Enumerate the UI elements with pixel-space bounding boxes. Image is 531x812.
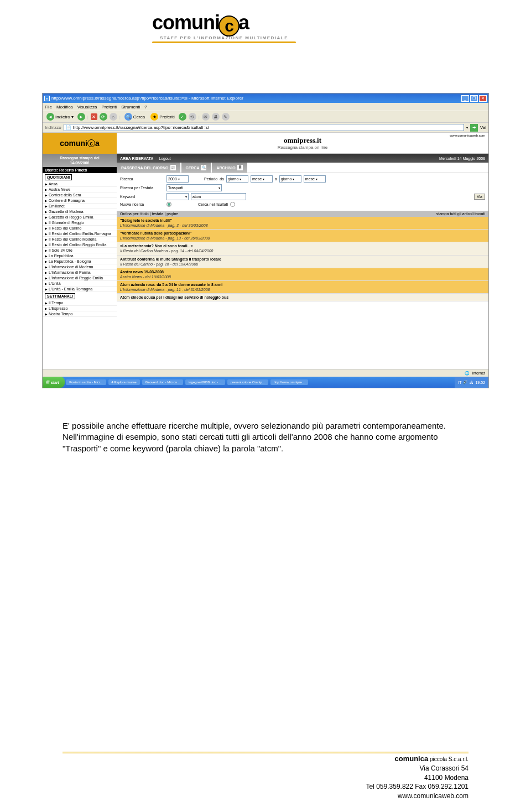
forward-icon[interactable]: ►	[77, 113, 85, 121]
history-icon[interactable]: ⟲	[189, 113, 196, 121]
sidebar-item[interactable]: ▶ Il Sole 24 Ore	[43, 248, 117, 253]
settimanali-list: ▶ Il Tempo▶ L'Espresso▶ Nostro Tempo	[43, 300, 117, 317]
sidebar-item[interactable]: ▶ L'Informazione di Reggio Emilia	[43, 275, 117, 281]
radio-nei[interactable]	[230, 202, 235, 207]
maximize-button[interactable]: ❐	[470, 95, 478, 102]
result-row[interactable]: Antitrust conferma le multe Stangata il …	[117, 256, 488, 268]
edit-icon[interactable]: ✎	[222, 113, 230, 121]
tray-icon[interactable]: 🔊	[463, 380, 468, 384]
sidebar-item[interactable]: ▶ Il Resto del Carlino Reggio Emilia	[43, 242, 117, 248]
refresh-icon[interactable]: ⟳	[100, 113, 107, 121]
sidebar-item[interactable]: ▶ Il Resto del Carlino	[43, 226, 117, 231]
tray-icon[interactable]: 🖧	[470, 381, 473, 384]
back-button[interactable]: ◄Indietro ▾	[45, 112, 75, 121]
sidebar-item[interactable]: ▶ Emilianet	[43, 204, 117, 209]
taskbar-item[interactable]: presentazione Omnip...	[227, 379, 268, 385]
sidebar-item[interactable]: ▶ L'Espresso	[43, 306, 117, 311]
tab-cerca[interactable]: CERCA🔍	[181, 163, 211, 173]
sidebar-item[interactable]: ▶ Gazzetta di Reggio Emilia	[43, 215, 117, 220]
sidebar-item[interactable]: ▶ L'Unità - Emilia Romagna	[43, 287, 117, 292]
page-logo: comunica STAFF PER L'INFORMAZIONE MULTIM…	[152, 11, 296, 43]
sidebar-item[interactable]: ▶ L'Unità	[43, 281, 117, 287]
ie-icon: e	[44, 96, 50, 101]
result-row[interactable]: Asstra news 19-03-2008Asstra News - del …	[117, 268, 488, 281]
select-keyword-mode[interactable]: ▾	[166, 193, 189, 200]
close-button[interactable]: ✕	[479, 95, 487, 102]
sidebar-item[interactable]: ▶ Il Giornale di Reggio	[43, 220, 117, 226]
sidebar-item[interactable]: ▶ Il Resto del Carlino Emilia-Romagna	[43, 231, 117, 237]
archivio-icon: 🗄	[237, 165, 243, 170]
select-da-mese[interactable]: mese▾	[251, 175, 273, 183]
stampa-link[interactable]: stampa tutti gli articoli trovati	[436, 212, 485, 216]
home-icon[interactable]: ⌂	[110, 113, 117, 121]
category-settimanali[interactable]: SETTIMANALI	[45, 293, 75, 299]
sidebar-item[interactable]: ▶ Corriere di Romagna	[43, 198, 117, 204]
systray: IT 🔊 🖧 19.52	[455, 377, 488, 388]
label-a: a	[275, 177, 277, 181]
taskbar-item[interactable]: Posta in uscita - Micr...	[66, 379, 106, 385]
sidebar-item[interactable]: ▶ Il Resto del Carlino Modena	[43, 237, 117, 242]
category-quotidiani[interactable]: QUOTIDIANI	[45, 174, 72, 180]
stop-icon[interactable]: ✕	[91, 113, 97, 120]
ie-titlebar: e http://www.omnipress.it/rassegna/ricer…	[43, 93, 488, 103]
print-icon[interactable]: 🖶	[212, 113, 220, 121]
select-testata[interactable]: Trasporti▾	[166, 184, 222, 191]
triangle-icon: ▶	[45, 259, 48, 263]
sidebar-item[interactable]: ▶ Corriere della Sera	[43, 192, 117, 198]
select-da-giorno[interactable]: giorno▾	[226, 175, 248, 183]
go-button[interactable]: ➜	[470, 124, 478, 132]
result-row[interactable]: "Verificare l'utilità delle partecipazio…	[117, 230, 488, 242]
cerca-icon: 🔍	[201, 165, 206, 170]
select-a-mese[interactable]: mese▾	[304, 175, 326, 183]
sidebar-item[interactable]: ▶ La Repubblica	[43, 253, 117, 259]
logo-right: a	[238, 11, 249, 34]
triangle-icon: ▶	[45, 254, 48, 258]
tab-rassegna[interactable]: RASSEGNA DEL GIORNO📰	[117, 163, 180, 173]
radio-nuova[interactable]	[166, 202, 171, 207]
sidebar-item[interactable]: ▶ Gazzetta di Modena	[43, 209, 117, 215]
mail-icon[interactable]: ✉	[202, 113, 210, 121]
lang-indicator[interactable]: IT	[458, 381, 461, 384]
sidebar-item[interactable]: ▶ Il Tempo	[43, 300, 117, 306]
menu-strumenti[interactable]: Strumenti	[121, 105, 140, 110]
sidebar-item[interactable]: ▶ L'Informazione di Modena	[43, 264, 117, 270]
result-row[interactable]: Atcm azienda rosa: da 5 a 54 le donne as…	[117, 281, 488, 294]
address-input[interactable]: 📄 http://www.omnipress.it/rassegna/ricer…	[64, 124, 464, 131]
browser-screenshot: e http://www.omnipress.it/rassegna/ricer…	[42, 93, 489, 388]
triangle-icon: ▶	[45, 248, 48, 252]
tab-archivio[interactable]: ARCHIVIO🗄	[212, 163, 247, 173]
sidebar-item[interactable]: ▶ Ansa	[43, 181, 117, 187]
taskbar: ⊞ start Posta in uscita - Micr...4 Esplo…	[43, 377, 488, 388]
ordina-label[interactable]: Ordina per: titolo | testata | pagine	[120, 212, 178, 216]
taskbar-item[interactable]: 4 Esplora risorse	[108, 379, 140, 385]
media-icon[interactable]: ✓	[179, 113, 186, 121]
taskbar-item[interactable]: Geoverd.doc - Micros...	[142, 379, 183, 385]
favorites-button[interactable]: ★Preferiti	[149, 112, 176, 121]
result-row[interactable]: "Sciogliete le società inutili"L'Informa…	[117, 217, 488, 230]
logo-tagline: STAFF PER L'INFORMAZIONE MULTIMEDIALE	[152, 35, 296, 40]
taskbar-item[interactable]: http://www.omnipre...	[270, 379, 308, 385]
minimize-button[interactable]: _	[461, 95, 469, 102]
sidebar-item[interactable]: ▶ La Repubblica - Bologna	[43, 259, 117, 264]
menu-modifica[interactable]: Modifica	[56, 105, 73, 110]
select-anno[interactable]: 2008▾	[166, 175, 189, 183]
search-button[interactable]: 🔍Cerca	[123, 112, 147, 121]
select-a-giorno[interactable]: giorno▾	[279, 175, 301, 183]
via-button[interactable]: Via	[474, 194, 485, 200]
header-url: www.comunicaweb.com	[450, 134, 485, 137]
sidebar-item[interactable]: ▶ Asstra News	[43, 187, 117, 192]
go-label: Vai	[480, 125, 486, 130]
result-row[interactable]: «La metrotranvia? Non ci sono fondi...»I…	[117, 242, 488, 255]
logo-wordmark: comunica	[152, 11, 296, 34]
logout-link[interactable]: Logout	[159, 157, 170, 160]
sidebar-item[interactable]: ▶ Nostro Tempo	[43, 311, 117, 317]
menu-help[interactable]: ?	[144, 105, 147, 110]
menu-preferiti[interactable]: Preferiti	[102, 105, 117, 110]
sidebar-item[interactable]: ▶ L'Informazione di Parma	[43, 270, 117, 275]
start-button[interactable]: ⊞ start	[43, 377, 65, 388]
taskbar-item[interactable]: ingegneri2008.doc - ...	[185, 379, 225, 385]
menu-file[interactable]: File	[45, 105, 52, 110]
result-row[interactable]: Atcm chiede scusa per i disagi nel servi…	[117, 294, 488, 301]
menu-visualizza[interactable]: Visualizza	[77, 105, 97, 110]
input-keyword[interactable]: atcm	[191, 193, 246, 200]
